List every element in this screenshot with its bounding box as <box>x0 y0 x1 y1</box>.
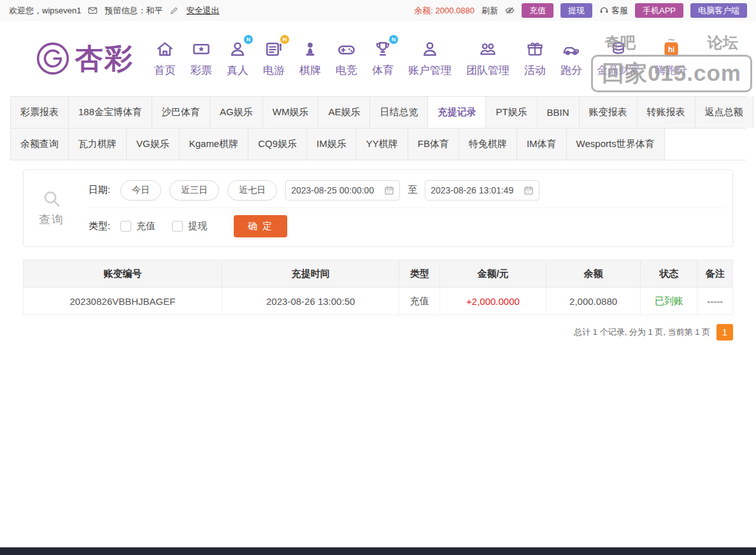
pagination-summary: 总计 1 个记录, 分为 1 页, 当前第 1 页 <box>574 327 710 338</box>
column-header: 余额 <box>546 260 641 288</box>
nav-item-label: 电游 <box>263 63 285 78</box>
date-range-separator: 至 <box>408 184 417 196</box>
quick-date-近七日[interactable]: 近七日 <box>227 180 277 200</box>
date-to-input[interactable]: 2023-08-26 13:01:49 <box>425 180 539 200</box>
tab-余额查询[interactable]: 余额查询 <box>10 129 69 160</box>
date-from-input[interactable]: 2023-08-25 00:00:00 <box>285 180 400 200</box>
pc-client-button[interactable]: 电脑客户端 <box>690 3 747 18</box>
account-icon <box>420 39 439 59</box>
tab-日结总览[interactable]: 日结总览 <box>370 97 428 128</box>
nav-item-sports[interactable]: N体育 <box>372 39 394 78</box>
calendar-icon[interactable] <box>524 185 534 195</box>
withdraw-button[interactable]: 提现 <box>560 3 592 18</box>
tab-沙巴体育[interactable]: 沙巴体育 <box>152 97 210 128</box>
records-table: 账变编号充提时间类型金额/元余额状态备注 20230826VBBHJBAGEF2… <box>23 260 733 315</box>
calendar-icon[interactable] <box>384 185 394 195</box>
site-logo[interactable]: 杏彩 <box>36 40 134 78</box>
site-header: 杏彩 首页彩票N真人H电游棋牌电竞N体育账户管理团队管理活动跑分金鼎财富hi嗨跑… <box>0 21 756 96</box>
checkbox-icon[interactable] <box>172 221 183 232</box>
nav-item-esports[interactable]: 电竞 <box>336 39 357 78</box>
tab-AG娱乐[interactable]: AG娱乐 <box>210 97 263 128</box>
nav-badge: N <box>389 35 398 44</box>
home-icon <box>155 39 175 59</box>
tab-YY棋牌[interactable]: YY棋牌 <box>357 129 408 160</box>
tab-IM娱乐[interactable]: IM娱乐 <box>307 129 357 160</box>
tab-188金宝博体育[interactable]: 188金宝博体育 <box>69 97 152 128</box>
tab-WM娱乐[interactable]: WM娱乐 <box>263 97 319 128</box>
type-option-充值[interactable]: 充值 <box>120 220 155 232</box>
tab-BBIN[interactable]: BBIN <box>538 97 580 128</box>
query-label: 查询 <box>39 212 64 227</box>
balance-text: 余额: 2000.0880 <box>414 5 474 17</box>
nav-item-team[interactable]: 团队管理 <box>466 39 510 78</box>
nav-item-label: 首页 <box>154 63 176 78</box>
wealth-icon <box>609 39 628 59</box>
tab-充提记录[interactable]: 充提记录 <box>428 97 486 128</box>
nav-item-hi[interactable]: hi嗨跑分 <box>655 39 687 78</box>
tab-FB体育[interactable]: FB体育 <box>408 129 459 160</box>
message-icon[interactable] <box>88 6 97 15</box>
nav-item-wealth[interactable]: 金鼎财富 <box>597 39 640 78</box>
nav-item-activity[interactable]: 活动 <box>524 39 546 78</box>
live-icon: N <box>228 39 247 59</box>
tab-VG娱乐[interactable]: VG娱乐 <box>127 129 180 160</box>
logout-link[interactable]: 安全退出 <box>186 5 219 17</box>
tab-PT娱乐[interactable]: PT娱乐 <box>486 97 537 128</box>
nav-item-egame[interactable]: H电游 <box>263 39 285 78</box>
tab-IM体育[interactable]: IM体育 <box>517 129 567 160</box>
nav-item-chess[interactable]: 棋牌 <box>299 39 321 78</box>
date-filter-row: 日期: 今日近三日近七日 2023-08-25 00:00:00 至 2023-… <box>89 172 724 208</box>
balance-value: 2000.0880 <box>436 6 474 15</box>
esports-icon <box>337 39 356 59</box>
welcome-text: 欢迎您，wipseven1 <box>9 5 81 17</box>
nav-item-home[interactable]: 首页 <box>154 39 176 78</box>
search-icon <box>42 189 61 208</box>
mobile-app-button[interactable]: 手机APP <box>635 3 683 18</box>
footer-bar <box>0 547 756 555</box>
nav-item-lottery[interactable]: 彩票 <box>190 39 212 78</box>
logo-icon <box>36 41 70 76</box>
table-header-row: 账变编号充提时间类型金额/元余额状态备注 <box>24 260 733 288</box>
checkbox-label: 提现 <box>188 220 207 232</box>
tab-彩票报表[interactable]: 彩票报表 <box>10 97 69 128</box>
tab-返点总额[interactable]: 返点总额 <box>695 97 753 128</box>
type-label: 类型: <box>89 220 110 232</box>
nav-item-paofen[interactable]: 跑分 <box>560 39 582 78</box>
tab-AE娱乐[interactable]: AE娱乐 <box>318 97 370 128</box>
tab-账变报表[interactable]: 账变报表 <box>580 97 638 128</box>
refresh-link[interactable]: 刷新 <box>481 5 498 17</box>
nav-item-label: 嗨跑分 <box>655 63 687 78</box>
nav-item-live[interactable]: N真人 <box>227 39 248 78</box>
confirm-button[interactable]: 确 定 <box>234 215 287 237</box>
hide-balance-icon[interactable] <box>505 6 515 15</box>
customer-service-link[interactable]: 客服 <box>599 5 628 17</box>
nav-badge: H <box>280 35 289 44</box>
team-icon <box>478 39 497 59</box>
deposit-button[interactable]: 充值 <box>522 3 553 18</box>
edit-icon[interactable] <box>169 6 179 15</box>
hi-icon: hi <box>662 39 681 59</box>
quick-date-group: 今日近三日近七日 <box>120 180 285 200</box>
type-filter-row: 类型: 充值提现 确 定 <box>89 208 724 244</box>
nav-item-label: 体育 <box>372 63 394 78</box>
reserved-info-text: 预留信息：和平 <box>104 5 162 17</box>
nav-item-account[interactable]: 账户管理 <box>408 39 452 78</box>
tab-特兔棋牌[interactable]: 特兔棋牌 <box>459 129 517 160</box>
type-option-提现[interactable]: 提现 <box>172 220 207 232</box>
customer-service-label: 客服 <box>611 5 628 17</box>
cell-balance: 2,000.0880 <box>546 288 641 315</box>
nav-item-label: 真人 <box>227 63 248 78</box>
quick-date-今日[interactable]: 今日 <box>120 180 161 200</box>
page-button-1[interactable]: 1 <box>717 324 733 341</box>
column-header: 充提时间 <box>222 260 399 288</box>
tab-瓦力棋牌[interactable]: 瓦力棋牌 <box>69 129 127 160</box>
nav-item-label: 账户管理 <box>408 63 452 78</box>
column-header: 备注 <box>697 260 733 288</box>
quick-date-近三日[interactable]: 近三日 <box>169 180 219 200</box>
tab-Wesports世界体育[interactable]: Wesports世界体育 <box>567 129 665 160</box>
tab-转账报表[interactable]: 转账报表 <box>638 97 695 128</box>
tab-CQ9娱乐[interactable]: CQ9娱乐 <box>248 129 307 160</box>
date-label: 日期: <box>89 184 110 196</box>
tab-Kgame棋牌[interactable]: Kgame棋牌 <box>180 129 249 160</box>
checkbox-icon[interactable] <box>120 221 131 232</box>
